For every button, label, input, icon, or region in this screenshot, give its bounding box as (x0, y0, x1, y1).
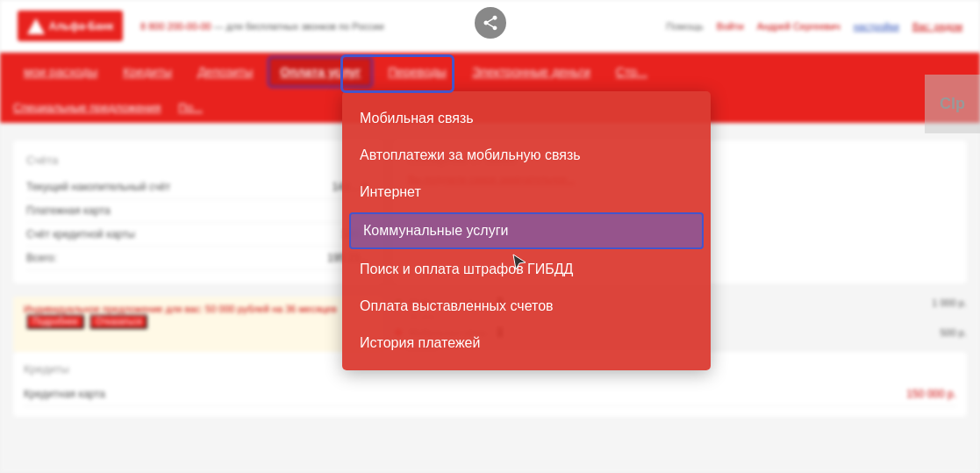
dropdown-mobile[interactable]: Мобильная связь (342, 100, 711, 137)
credit-row-1: Кредитная карта 150 000 р. (24, 383, 956, 406)
help-link[interactable]: Помощь (666, 21, 704, 32)
settings-link[interactable]: настройки (854, 21, 899, 32)
dropdown-history[interactable]: История платежей (342, 325, 711, 362)
payment-amount-2: 500 р. (940, 327, 967, 338)
account-label-1: Текущий накопительный счёт (26, 181, 170, 193)
account-row-total: Всего: 195 23... (26, 247, 368, 270)
promo-more-button[interactable]: Подробнее (26, 314, 84, 329)
nav-item-electronic[interactable]: Электронные деньги (461, 58, 601, 86)
phone-info: 8 800 200-00-00 — для бесплатных звонков… (140, 21, 384, 32)
account-row-3: Счёт кредитной карты 180... (26, 223, 368, 247)
nav-item-oplata[interactable]: Оплата услуг (268, 56, 373, 88)
credit-amount-1: 150 000 р. (906, 388, 956, 400)
account-label-3: Счёт кредитной карты (26, 228, 135, 240)
dropdown-invoices[interactable]: Оплата выставленных счетов (342, 288, 711, 325)
share-icon-button[interactable] (475, 7, 506, 39)
account-row-1: Текущий накопительный счёт 143... ₽ (26, 176, 368, 199)
dropdown-internet[interactable]: Интернет (342, 174, 711, 211)
main-nav: мои расходы Кредиты Депозиты Оплата услу… (0, 53, 980, 91)
nav-item-raskhody[interactable]: мои расходы (13, 58, 108, 86)
account-row-2: Платежная карта ... (26, 199, 368, 223)
subnav-special[interactable]: Специальные предложения (13, 101, 161, 114)
promo-bar: Индивидуальное предложение для вас: 50 0… (13, 297, 382, 352)
promo-text: Индивидуальное предложение для вас: (24, 304, 203, 314)
user-name: Андрей Сергеевич (757, 21, 841, 32)
share-icon (482, 14, 499, 32)
nav-item-str[interactable]: Стр... (605, 58, 658, 86)
dropdown-gibdd[interactable]: Поиск и оплата штрафов ГИБДД (342, 251, 711, 288)
enter-link[interactable]: Войти (717, 21, 744, 32)
user-info: Помощь Войти Андрей Сергеевич настройки … (666, 21, 962, 32)
promo-refuse-button[interactable]: Отказаться (89, 314, 148, 329)
nav-item-depozity[interactable]: Депозиты (187, 58, 263, 86)
account-label-2: Платежная карта (26, 204, 111, 217)
dropdown-auto[interactable]: Автоплатежи за мобильную связь (342, 137, 711, 174)
promo-amount: 50 000 рублей на 36 месяцев (205, 304, 337, 314)
bank-logo: Альфа-Банк (18, 11, 123, 41)
nav-item-kredity[interactable]: Кредиты (112, 58, 182, 86)
accounts-title: Счёта (26, 154, 368, 167)
oplata-dropdown: Мобильная связь Автоплатежи за мобильную… (342, 91, 711, 370)
subnav-po[interactable]: По... (178, 101, 202, 114)
payment-amount-1: 1 000 р. (932, 297, 967, 308)
credit-label-1: Кредитная карта (24, 388, 105, 400)
logo-text: Альфа-Банк (49, 20, 113, 32)
nav-item-perevody[interactable]: Переводы (377, 58, 456, 86)
logo-triangle (27, 18, 45, 34)
phone-free: 8 800 200-00-00 (140, 21, 211, 32)
phone-free-label: — для бесплатных звонков по России (214, 21, 384, 32)
cabinet-link[interactable]: Вас: рядом (912, 21, 962, 32)
account-label-total: Всего: (26, 252, 57, 264)
cip-watermark: CIp (925, 75, 980, 133)
accounts-panel: Счёта Текущий накопительный счёт 143... … (13, 140, 382, 283)
dropdown-communal[interactable]: Коммунальные услуги (349, 212, 704, 249)
